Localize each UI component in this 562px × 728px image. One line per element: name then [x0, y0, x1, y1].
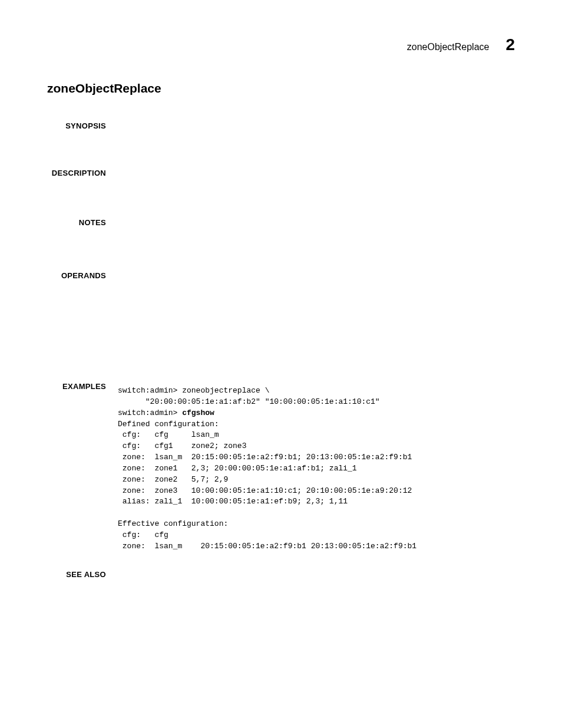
section-operands: OPERANDS [47, 270, 515, 364]
example-output-line: Effective configuration: [118, 519, 228, 528]
section-notes: NOTES [47, 217, 515, 253]
section-description: DESCRIPTION [47, 167, 515, 200]
example-output-line: zone: zone1 2,3; 20:00:00:05:1e:a1:af:b1… [118, 464, 357, 473]
section-synopsis: SYNOPSIS [47, 120, 515, 151]
operands-label: OPERANDS [61, 271, 106, 280]
example-prompt: switch:admin> [118, 409, 182, 417]
examples-body: switch:admin> zoneobjectreplace \ "20:00… [118, 381, 515, 552]
example-output-line: cfg: cfg [118, 531, 168, 539]
examples-label: EXAMPLES [62, 382, 106, 391]
example-output-line: Defined configuration: [118, 420, 219, 429]
example-output-line: zone: lsan_m 20:15:00:05:1e:a2:f9:b1; 20… [118, 453, 412, 462]
notes-label: NOTES [79, 218, 106, 227]
section-examples: EXAMPLES switch:admin> zoneobjectreplace… [47, 381, 515, 552]
synopsis-label: SYNOPSIS [65, 121, 106, 130]
example-code-block: switch:admin> zoneobjectreplace \ "20:00… [118, 386, 515, 552]
seealso-label: SEE ALSO [66, 570, 106, 579]
header-command-name: zoneObjectReplace [407, 42, 490, 52]
header-chapter-number: 2 [505, 35, 515, 54]
description-label: DESCRIPTION [52, 169, 106, 177]
page-header: zoneObjectReplace 2 [47, 35, 515, 54]
command-title: zoneObjectReplace [47, 81, 515, 95]
example-output-line: zone: zone3 10:00:00:05:1e:a1:10:c1; 20:… [118, 486, 412, 495]
example-output-line: cfg: cfg lsan_m [118, 430, 219, 439]
example-prompt: switch:admin> [118, 386, 182, 395]
example-output-line: alias: zali_1 10:00:00:05:1e:a1:ef:b9; 2… [118, 497, 348, 506]
example-command-args: "20:00:00:05:1e:a1:af:b2" "10:00:00:05:1… [118, 397, 380, 406]
section-seealso: SEE ALSO [47, 569, 515, 579]
example-command: zoneobjectreplace \ [182, 386, 269, 395]
example-command-bold: cfgshow [182, 409, 214, 417]
example-output-line: zone: lsan_m 20:15:00:05:1e:a2:f9:b1 20:… [118, 542, 416, 551]
seealso-body [118, 569, 515, 579]
synopsis-body [118, 120, 515, 151]
example-output-line: cfg: cfg1 zone2; zone3 [118, 442, 246, 450]
notes-body [118, 217, 515, 253]
example-output-line: zone: zone2 5,7; 2,9 [118, 475, 228, 484]
operands-body [118, 270, 515, 364]
description-body [118, 167, 515, 200]
